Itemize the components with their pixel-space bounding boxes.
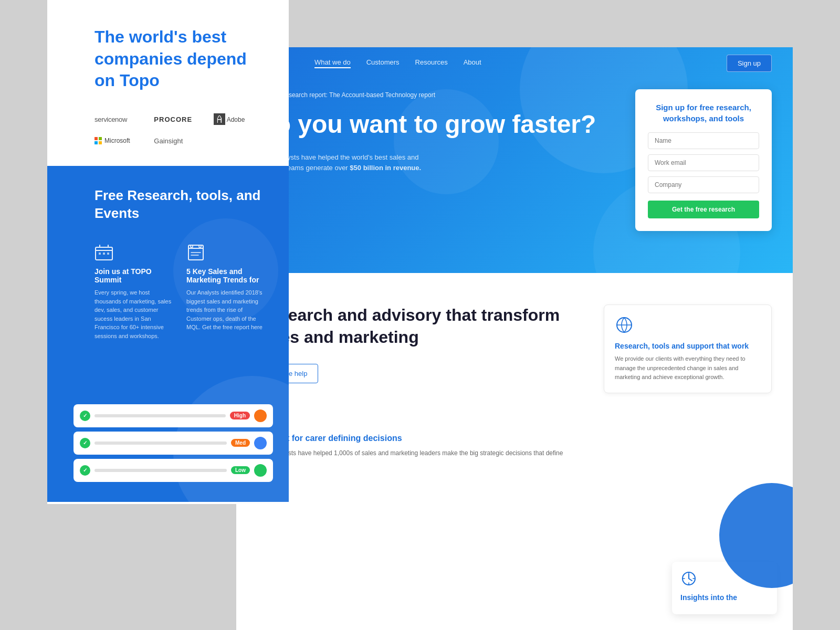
task-list: High Med Low — [74, 404, 273, 486]
form-card-title: Sign up for free research, workshops, an… — [648, 102, 759, 124]
nav-link-about[interactable]: About — [464, 58, 481, 68]
support-card-icon — [257, 404, 572, 427]
task-avatar-1 — [254, 410, 267, 422]
task-item-low: Low — [74, 459, 273, 482]
nav-link-resources[interactable]: Resources — [415, 58, 448, 68]
summit-title: Join us at TOPO Summit — [94, 267, 176, 284]
task-avatar-2 — [254, 437, 267, 449]
hero-content: New Research report: The Account-based T… — [236, 79, 793, 231]
logo-adobe: 🅰 Adobe — [214, 113, 268, 127]
microsoft-grid-icon — [94, 137, 102, 144]
nav: TOPO What we do Customers Resources Abou… — [236, 47, 793, 79]
research-tools-card: Research, tools and support that work We… — [604, 304, 772, 393]
nav-signup-button[interactable]: Sign up — [727, 55, 772, 72]
ws-left: Research and advisory that transform sal… — [257, 304, 572, 598]
logo-procore: PROCORE — [154, 116, 208, 123]
hero-form-card: Sign up for free research, workshops, an… — [635, 89, 772, 231]
task-check-med — [80, 438, 90, 448]
summit-desc: Every spring, we host thousands of marke… — [94, 288, 176, 340]
nav-links: What we do Customers Resources About — [314, 58, 727, 68]
ws-title: Research and advisory that transform sal… — [257, 304, 572, 348]
research-tools-desc: We provide our clients with everything t… — [615, 354, 761, 382]
white-section: Research and advisory that transform sal… — [236, 273, 793, 630]
adobe-icon: 🅰 — [214, 113, 225, 127]
form-company-input[interactable] — [648, 176, 759, 193]
right-section: TOPO What we do Customers Resources Abou… — [236, 47, 793, 630]
task-item-high: High — [74, 404, 273, 427]
form-name-input[interactable] — [648, 132, 759, 149]
svg-rect-6 — [199, 245, 201, 247]
support-card-title: Support for carer defining decisions — [257, 434, 572, 443]
form-submit-button[interactable]: Get the free research — [648, 201, 759, 218]
hero-title: Do you want to grow faster? — [257, 109, 614, 140]
hero-section: TOPO What we do Customers Resources Abou… — [236, 47, 793, 273]
task-badge-low: Low — [231, 466, 250, 474]
task-check-low — [80, 465, 90, 476]
free-section-title: Free Research, tools, and Events — [94, 187, 268, 223]
support-card-desc: Topo Analysts have helped 1,000s of sale… — [257, 448, 572, 468]
task-badge-high: High — [230, 412, 250, 419]
task-badge-med: Med — [231, 439, 250, 447]
task-bar-med — [94, 442, 227, 445]
event-summit: Join us at TOPO Summit Every spring, we … — [94, 243, 176, 340]
left-card: The world's best companies depend on Top… — [47, 0, 289, 504]
task-item-med: Med — [74, 432, 273, 455]
svg-rect-5 — [191, 245, 193, 247]
nav-link-customers[interactable]: Customers — [366, 58, 400, 68]
svg-rect-1 — [99, 253, 101, 255]
task-check-high — [80, 411, 90, 421]
support-card-section: Support for carer defining decisions Top… — [257, 404, 572, 468]
trends-icon — [186, 243, 205, 262]
research-tools-title: Research, tools and support that work — [615, 342, 761, 350]
left-card-bottom: Free Research, tools, and Events Join us… — [47, 166, 289, 502]
logo-servicenow: servicenow — [94, 116, 149, 123]
logo-microsoft: Microsoft — [94, 137, 149, 144]
svg-rect-2 — [103, 253, 105, 255]
task-bar-low — [94, 469, 227, 472]
nav-link-what-we-do[interactable]: What we do — [314, 58, 351, 68]
badge-report: Research report: The Account-based Techn… — [281, 91, 435, 99]
left-card-top: The world's best companies depend on Top… — [47, 0, 289, 166]
deco-circle-2 — [173, 218, 278, 323]
logo-gainsight: Gainsight — [154, 137, 208, 145]
hero-left: New Research report: The Account-based T… — [257, 89, 614, 231]
research-tools-icon — [615, 316, 761, 337]
logos-grid: servicenow PROCORE 🅰 Adobe Microsoft — [94, 113, 268, 145]
task-bar-high — [94, 414, 226, 417]
task-avatar-3 — [254, 464, 267, 477]
summit-icon — [94, 243, 113, 262]
svg-rect-3 — [107, 253, 109, 255]
left-card-headline: The world's best companies depend on Top… — [94, 26, 268, 92]
insights-title: Insights into the — [680, 593, 769, 602]
form-email-input[interactable] — [648, 154, 759, 171]
